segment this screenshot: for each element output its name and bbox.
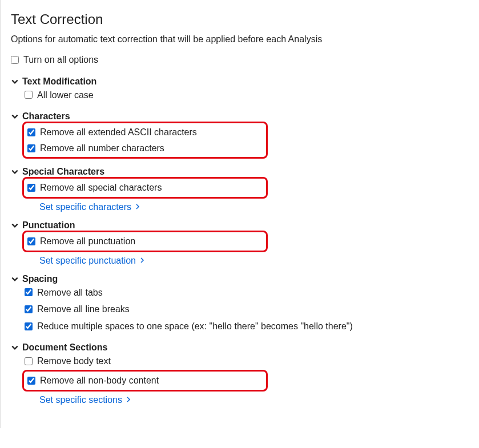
ascii-checkbox[interactable] — [27, 128, 35, 136]
section-title: Text Modification — [22, 76, 96, 87]
highlight-special: Remove all special characters — [22, 177, 268, 199]
tabs-checkbox[interactable] — [25, 288, 33, 296]
section-title: Characters — [22, 111, 70, 122]
body-row: Remove body text — [25, 353, 469, 370]
lowercase-row: All lower case — [25, 87, 469, 104]
section-header-text-modification[interactable]: Text Modification — [11, 76, 469, 87]
linebreaks-checkbox[interactable] — [25, 305, 33, 313]
chevron-down-icon — [11, 78, 19, 86]
set-specific-sections-link[interactable]: Set specific sections — [39, 395, 131, 405]
linebreaks-label: Remove all line breaks — [37, 302, 130, 317]
nonbody-row: Remove all non-body content — [25, 373, 263, 389]
turn-on-all-checkbox[interactable] — [11, 56, 19, 64]
tabs-label: Remove all tabs — [37, 285, 103, 300]
section-header-spacing[interactable]: Spacing — [11, 274, 469, 284]
lowercase-checkbox[interactable] — [25, 91, 33, 99]
chevron-down-icon — [11, 344, 19, 352]
multispace-label: Reduce multiple spaces to one space (ex:… — [37, 319, 353, 334]
chevron-right-icon — [126, 395, 131, 405]
chevron-down-icon — [11, 221, 19, 229]
punctuation-checkbox[interactable] — [27, 237, 35, 245]
multispace-row: Reduce multiple spaces to one space (ex:… — [25, 318, 469, 335]
special-checkbox[interactable] — [27, 184, 35, 192]
punctuation-row: Remove all punctuation — [25, 233, 263, 249]
turn-on-all-label: Turn on all options — [23, 53, 98, 67]
section-title: Spacing — [22, 274, 58, 284]
nonbody-checkbox[interactable] — [27, 377, 35, 385]
section-text-modification: Text Modification All lower case — [11, 76, 469, 104]
nonbody-label: Remove all non-body content — [40, 373, 159, 388]
chevron-down-icon — [11, 112, 19, 120]
numbers-checkbox[interactable] — [27, 144, 35, 152]
highlight-nonbody: Remove all non-body content — [22, 370, 268, 392]
section-header-special[interactable]: Special Characters — [11, 167, 469, 177]
body-label: Remove body text — [37, 354, 111, 369]
special-label: Remove all special characters — [40, 180, 162, 195]
set-specific-punctuation-link[interactable]: Set specific punctuation — [39, 256, 145, 266]
section-header-punctuation[interactable]: Punctuation — [11, 220, 469, 231]
section-header-document[interactable]: Document Sections — [11, 342, 469, 353]
multispace-checkbox[interactable] — [25, 322, 33, 330]
set-specific-characters-link[interactable]: Set specific characters — [39, 202, 140, 212]
turn-on-all-row: Turn on all options — [11, 51, 469, 68]
section-special-characters: Special Characters Remove all special ch… — [11, 167, 469, 212]
numbers-label: Remove all number characters — [40, 141, 164, 156]
link-label: Set specific sections — [39, 395, 122, 405]
chevron-right-icon — [139, 256, 145, 266]
section-punctuation: Punctuation Remove all punctuation Set s… — [11, 220, 469, 266]
section-title: Punctuation — [22, 220, 75, 231]
body-checkbox[interactable] — [25, 357, 33, 365]
chevron-right-icon — [135, 202, 140, 212]
highlight-characters: Remove all extended ASCII characters Rem… — [22, 122, 268, 159]
linebreaks-row: Remove all line breaks — [25, 301, 469, 318]
tabs-row: Remove all tabs — [25, 284, 469, 301]
special-row: Remove all special characters — [25, 180, 263, 196]
chevron-down-icon — [11, 275, 19, 283]
section-title: Special Characters — [22, 167, 104, 177]
lowercase-label: All lower case — [37, 88, 94, 103]
link-label: Set specific punctuation — [39, 256, 136, 266]
section-document-sections: Document Sections Remove body text Remov… — [11, 342, 469, 405]
section-spacing: Spacing Remove all tabs Remove all line … — [11, 274, 469, 335]
ascii-row: Remove all extended ASCII characters — [25, 124, 263, 140]
highlight-punctuation: Remove all punctuation — [22, 231, 268, 252]
section-characters: Characters Remove all extended ASCII cha… — [11, 111, 469, 159]
section-title: Document Sections — [22, 342, 107, 353]
ascii-label: Remove all extended ASCII characters — [40, 125, 197, 140]
section-header-characters[interactable]: Characters — [11, 111, 469, 122]
chevron-down-icon — [11, 168, 19, 176]
page-title: Text Correction — [11, 11, 469, 27]
text-correction-panel: Text Correction Options for automatic te… — [0, 0, 479, 428]
punctuation-label: Remove all punctuation — [40, 234, 135, 249]
link-label: Set specific characters — [39, 202, 131, 212]
page-subtitle: Options for automatic text correction th… — [11, 34, 469, 45]
numbers-row: Remove all number characters — [25, 140, 263, 156]
